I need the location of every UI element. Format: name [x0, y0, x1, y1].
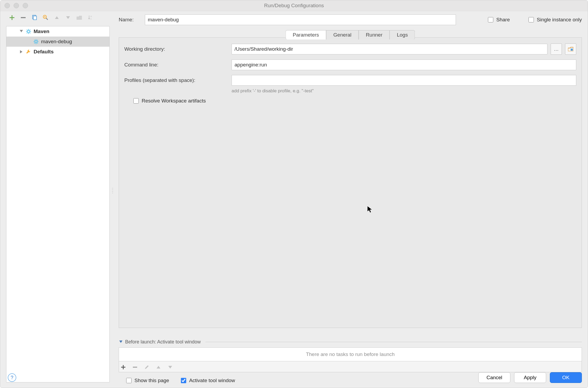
cancel-button[interactable]: Cancel	[478, 372, 510, 383]
svg-text:z: z	[90, 18, 92, 20]
svg-rect-9	[571, 49, 573, 51]
svg-rect-2	[33, 16, 37, 20]
help-button[interactable]: ?	[8, 373, 16, 382]
split-handle[interactable]: ········	[112, 187, 113, 193]
traffic-max[interactable]	[23, 3, 28, 8]
show-this-page-label: Show this page	[134, 378, 169, 383]
window-title: Run/Debug Configurations	[0, 3, 588, 9]
profiles-hint: add prefix '-' to disable profile, e.g. …	[232, 88, 576, 94]
tree-label: Defaults	[34, 49, 54, 55]
command-line-input[interactable]	[232, 60, 576, 70]
tree-node-maven[interactable]: Maven	[6, 26, 109, 37]
task-up-button[interactable]	[155, 364, 162, 370]
activate-tool-check[interactable]: Activate tool window	[180, 377, 235, 384]
move-up-button[interactable]	[53, 14, 61, 21]
svg-text:a: a	[90, 15, 92, 18]
gear-icon	[26, 29, 31, 34]
resolve-artifacts-checkbox[interactable]	[133, 98, 139, 104]
profiles-label: Profiles (separated with space):	[124, 77, 228, 83]
svg-point-7	[27, 30, 30, 33]
activate-tool-label: Activate tool window	[189, 378, 235, 383]
single-instance-check[interactable]: Single instance only	[527, 16, 582, 23]
show-this-page-check[interactable]: Show this page	[125, 377, 169, 384]
name-input[interactable]	[145, 14, 456, 25]
move-down-button[interactable]	[64, 14, 72, 21]
single-instance-checkbox[interactable]	[529, 17, 534, 22]
divider	[205, 342, 582, 342]
traffic-close[interactable]	[5, 3, 10, 8]
tab-runner[interactable]: Runner	[359, 30, 390, 39]
remove-task-button[interactable]	[132, 364, 138, 370]
command-line-label: Command line:	[124, 62, 228, 68]
svg-rect-0	[21, 17, 26, 18]
edit-defaults-button[interactable]	[42, 14, 49, 21]
insert-macro-button[interactable]	[565, 43, 576, 55]
config-tree[interactable]: Maven maven-debug Defaults	[6, 26, 110, 382]
gear-icon	[33, 39, 39, 45]
tree-node-defaults[interactable]: Defaults	[6, 47, 109, 57]
tree-label: maven-debug	[41, 39, 72, 45]
tab-logs[interactable]: Logs	[390, 30, 415, 39]
svg-rect-10	[133, 367, 137, 368]
folder-button[interactable]	[76, 14, 83, 21]
single-instance-label: Single instance only	[537, 17, 582, 23]
before-launch-header: Before launch: Activate tool window	[125, 339, 201, 345]
wrench-icon	[26, 49, 31, 55]
traffic-min[interactable]	[14, 3, 19, 8]
add-config-button[interactable]	[8, 14, 16, 21]
config-toolbar: az	[0, 11, 114, 24]
working-dir-input[interactable]	[232, 44, 547, 54]
resolve-artifacts-label: Resolve Workspace artifacts	[142, 98, 206, 104]
svg-point-8	[35, 41, 37, 43]
title-bar: Run/Debug Configurations	[0, 0, 588, 11]
browse-button[interactable]: …	[551, 43, 562, 55]
edit-task-button[interactable]	[144, 364, 150, 370]
task-down-button[interactable]	[167, 364, 173, 370]
tab-general[interactable]: General	[326, 30, 359, 39]
remove-config-button[interactable]	[19, 14, 27, 21]
disclosure-icon[interactable]	[19, 30, 23, 33]
resolve-artifacts-check[interactable]: Resolve Workspace artifacts	[132, 97, 576, 104]
share-checkbox[interactable]	[488, 17, 493, 22]
parameters-panel: Parameters General Runner Logs Working d…	[119, 37, 582, 328]
disclosure-icon[interactable]	[19, 50, 23, 53]
working-dir-label: Working directory:	[124, 46, 228, 52]
profiles-input[interactable]	[232, 75, 576, 86]
section-disclosure-icon[interactable]	[119, 341, 123, 344]
task-list-empty: There are no tasks to run before launch	[306, 351, 395, 357]
activate-tool-checkbox[interactable]	[181, 378, 186, 383]
dialog-buttons: Cancel Apply OK	[478, 372, 582, 383]
ok-button[interactable]: OK	[550, 372, 582, 383]
tab-parameters[interactable]: Parameters	[285, 30, 326, 39]
tree-node-maven-debug[interactable]: maven-debug	[6, 37, 109, 47]
show-this-page-checkbox[interactable]	[126, 378, 132, 383]
sort-button[interactable]: az	[87, 14, 94, 21]
share-check[interactable]: Share	[487, 16, 510, 23]
add-task-button[interactable]	[120, 364, 126, 370]
task-toolbar	[119, 361, 582, 372]
apply-button[interactable]: Apply	[514, 372, 546, 383]
name-label: Name:	[119, 17, 140, 23]
tab-bar: Parameters General Runner Logs	[285, 30, 415, 39]
task-list[interactable]: There are no tasks to run before launch	[119, 347, 582, 361]
traffic-lights	[5, 3, 28, 8]
share-label: Share	[496, 17, 510, 23]
tree-label: Maven	[34, 29, 49, 34]
svg-point-4	[44, 16, 45, 17]
copy-config-button[interactable]	[31, 14, 38, 21]
